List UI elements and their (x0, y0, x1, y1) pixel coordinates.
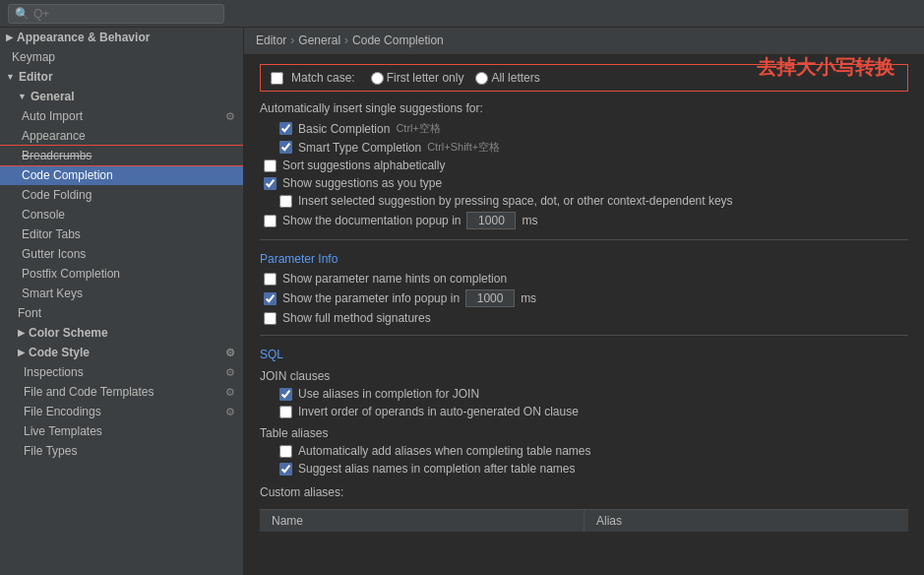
breadcrumb-editor[interactable]: Editor (256, 33, 286, 47)
sidebar-item-code-completion[interactable]: Code Completion (0, 165, 243, 185)
show-full-method-checkbox[interactable] (264, 312, 277, 325)
sidebar-subitem-label: Console (22, 208, 65, 222)
sql-title: SQL (260, 348, 908, 361)
search-wrap[interactable]: 🔍 (8, 4, 224, 24)
invert-order-row: Invert order of operands in auto-generat… (260, 405, 908, 418)
breadcrumb-sep2: › (344, 33, 348, 47)
breadcrumb-general[interactable]: General (298, 33, 340, 47)
show-as-type-label: Show suggestions as you type (282, 176, 442, 190)
sidebar-item-code-style[interactable]: ▶ Code Style ⚙ (0, 343, 243, 362)
gear-icon: ⚙ (225, 347, 235, 359)
sidebar-subitem-label: Postfix Completion (22, 267, 120, 281)
radio-all-letters[interactable] (475, 72, 488, 85)
doc-popup-ms-input[interactable] (466, 212, 516, 229)
sidebar-subitem-label: Breadcrumbs (22, 149, 92, 162)
sidebar-item-smart-keys[interactable]: Smart Keys (0, 284, 243, 303)
sidebar-item-editor[interactable]: ▼ Editor (0, 67, 243, 87)
doc-popup-unit: ms (522, 214, 537, 227)
sidebar-item-file-types[interactable]: File Types (0, 441, 243, 461)
sidebar-item-live-templates[interactable]: Live Templates (0, 421, 243, 441)
sidebar-item-label: Inspections (24, 365, 84, 379)
sidebar-item-appearance[interactable]: Appearance (0, 126, 243, 146)
sidebar-item-font[interactable]: Font (0, 303, 243, 323)
sidebar-item-breadcrumbs[interactable]: Breadcrumbs (0, 146, 243, 165)
show-param-popup-row: Show the parameter info popup in ms (260, 289, 908, 307)
auto-insert-title: Automatically insert single suggestions … (260, 101, 908, 115)
sidebar-item-label: Appearance & Behavior (17, 31, 150, 44)
chevron-down-icon: ▼ (18, 92, 27, 101)
match-case-checkbox[interactable] (271, 72, 283, 85)
radio-group-match: First letter only All letters (371, 71, 540, 85)
sidebar-item-postfix-completion[interactable]: Postfix Completion (0, 264, 243, 284)
smart-completion-checkbox[interactable] (279, 141, 292, 154)
invert-order-checkbox[interactable] (279, 406, 292, 418)
sidebar-item-color-scheme[interactable]: ▶ Color Scheme (0, 323, 243, 343)
sidebar-subitem-label: Smart Keys (22, 287, 83, 300)
show-param-hints-checkbox[interactable] (264, 273, 277, 286)
sidebar-item-auto-import[interactable]: Auto Import ⚙ (0, 106, 243, 126)
sort-alphabetically-checkbox[interactable] (264, 160, 277, 172)
chevron-right-icon: ▶ (6, 32, 13, 42)
show-full-method-label: Show full method signatures (282, 311, 431, 325)
sidebar-item-label: Keymap (12, 50, 55, 64)
param-info-title: Parameter Info (260, 252, 908, 266)
sidebar-item-general[interactable]: ▼ General (0, 87, 243, 106)
insert-by-space-checkbox[interactable] (279, 195, 292, 208)
gear-icon: ⚙ (225, 110, 235, 123)
basic-completion-shortcut: Ctrl+空格 (396, 121, 441, 136)
gear-icon: ⚙ (225, 386, 235, 399)
radio-first-label[interactable]: First letter only (371, 71, 464, 85)
insert-by-space-row: Insert selected suggestion by pressing s… (260, 194, 908, 208)
insert-by-space-label: Insert selected suggestion by pressing s… (298, 194, 733, 208)
sidebar-item-file-encodings[interactable]: File Encodings ⚙ (0, 402, 243, 421)
radio-first-only[interactable] (371, 72, 384, 85)
chevron-right-icon: ▶ (18, 348, 25, 357)
show-param-popup-checkbox[interactable] (264, 292, 277, 305)
basic-completion-label: Basic Completion (298, 122, 390, 136)
sidebar-item-inspections[interactable]: Inspections ⚙ (0, 362, 243, 382)
show-doc-popup-label: Show the documentation popup in (282, 214, 461, 227)
custom-aliases-title: Custom aliases: (260, 485, 908, 499)
sidebar-subitem-label: Gutter Icons (22, 247, 86, 261)
sidebar-item-code-folding[interactable]: Code Folding (0, 185, 243, 205)
use-aliases-join-checkbox[interactable] (279, 388, 292, 401)
settings-content: Match case: First letter only All letter… (244, 54, 924, 542)
sidebar-item-editor-tabs[interactable]: Editor Tabs (0, 224, 243, 244)
sidebar-item-label: File Types (24, 444, 77, 458)
sidebar-item-label: Code Style (29, 346, 90, 359)
show-as-type-row: Show suggestions as you type (260, 176, 908, 190)
show-full-method-row: Show full method signatures (260, 311, 908, 325)
gear-icon: ⚙ (225, 366, 235, 379)
search-input[interactable] (33, 7, 211, 21)
show-as-type-checkbox[interactable] (264, 177, 277, 190)
table-col-name: Name (260, 510, 585, 532)
sidebar-subitem-label: Appearance (22, 129, 86, 143)
breadcrumb-code-completion[interactable]: Code Completion (352, 33, 444, 47)
sidebar-item-label: Color Scheme (29, 326, 108, 340)
show-param-hints-label: Show parameter name hints on completion (282, 272, 507, 286)
basic-completion-row: Basic Completion Ctrl+空格 (260, 121, 908, 136)
breadcrumb-sep1: › (290, 33, 294, 47)
use-aliases-join-row: Use aliases in completion for JOIN (260, 387, 908, 401)
sidebar-item-gutter-icons[interactable]: Gutter Icons (0, 244, 243, 264)
sidebar-item-keymap[interactable]: Keymap (0, 47, 243, 67)
suggest-alias-row: Suggest alias names in completion after … (260, 462, 908, 476)
invert-order-label: Invert order of operands in auto-generat… (298, 405, 579, 418)
table-aliases-title: Table aliases (260, 426, 908, 440)
chevron-right-icon: ▶ (18, 328, 25, 338)
table-col-alias: Alias (585, 510, 908, 532)
auto-add-aliases-checkbox[interactable] (279, 445, 292, 458)
sidebar-item-console[interactable]: Console (0, 205, 243, 224)
param-popup-ms-input[interactable] (465, 289, 515, 307)
sidebar-item-file-code-templates[interactable]: File and Code Templates ⚙ (0, 382, 243, 402)
basic-completion-checkbox[interactable] (279, 122, 292, 135)
sidebar-item-appearance-behavior[interactable]: ▶ Appearance & Behavior (0, 28, 243, 47)
suggest-alias-checkbox[interactable] (279, 463, 292, 476)
sidebar-item-label: Live Templates (24, 424, 102, 438)
show-doc-popup-checkbox[interactable] (264, 215, 277, 227)
chevron-down-icon: ▼ (6, 72, 15, 82)
auto-add-aliases-row: Automatically add aliases when completin… (260, 444, 908, 458)
smart-completion-label: Smart Type Completion (298, 141, 421, 155)
radio-all-label[interactable]: All letters (475, 71, 539, 85)
sidebar-subitem-label: Code Folding (22, 188, 92, 202)
